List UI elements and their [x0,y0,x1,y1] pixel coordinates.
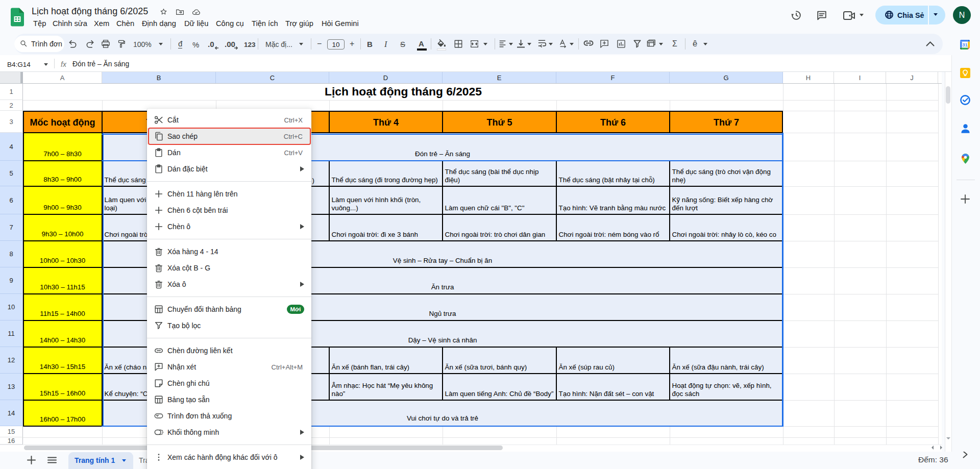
svg-text:31: 31 [962,42,968,47]
